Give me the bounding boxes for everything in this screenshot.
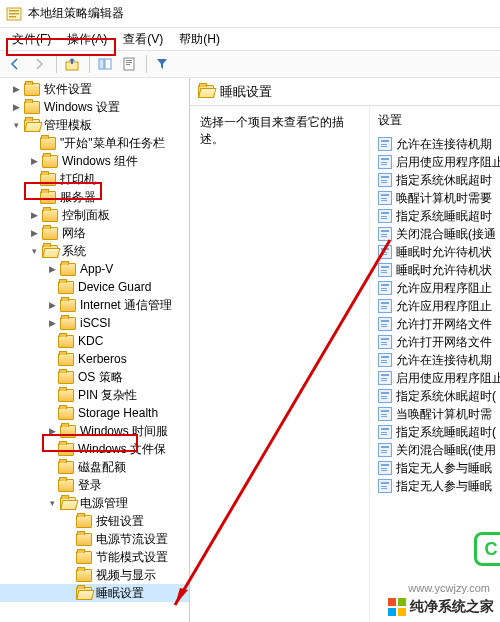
- expand-icon[interactable]: ▶: [46, 425, 58, 437]
- tree-label: Windows 文件保: [78, 441, 166, 458]
- back-button[interactable]: [4, 53, 26, 75]
- collapse-icon[interactable]: ▾: [46, 497, 58, 509]
- menu-file[interactable]: 文件(F): [4, 29, 59, 50]
- tree-node-network[interactable]: ▶网络: [0, 224, 189, 242]
- menu-action[interactable]: 操作(A): [59, 29, 115, 50]
- tree-node-device-guard[interactable]: Device Guard: [0, 278, 189, 296]
- tree-node-sleep-settings[interactable]: 睡眠设置: [0, 584, 189, 602]
- tree-node-video-display[interactable]: 视频与显示: [0, 566, 189, 584]
- folder-open-icon: [76, 587, 92, 600]
- setting-item[interactable]: 启用使应用程序阻止: [370, 153, 500, 171]
- settings-column-header[interactable]: 设置: [370, 110, 500, 135]
- setting-item[interactable]: 当唤醒计算机时需: [370, 405, 500, 423]
- tree-node-kdc[interactable]: KDC: [0, 332, 189, 350]
- setting-item[interactable]: 允许打开网络文件: [370, 333, 500, 351]
- tree-node-os-policy[interactable]: OS 策略: [0, 368, 189, 386]
- tree-node-logon[interactable]: 登录: [0, 476, 189, 494]
- chat-bubble-icon: C: [474, 532, 500, 566]
- tree-node-admin-templates[interactable]: ▾管理模板: [0, 116, 189, 134]
- tree-node-appv[interactable]: ▶App-V: [0, 260, 189, 278]
- tree-node-printers[interactable]: 打印机: [0, 170, 189, 188]
- tree-node-control-panel[interactable]: ▶控制面板: [0, 206, 189, 224]
- tree-label: 节能模式设置: [96, 549, 168, 566]
- setting-item[interactable]: 指定系统休眠超时(: [370, 387, 500, 405]
- setting-item[interactable]: 指定系统睡眠超时(: [370, 423, 500, 441]
- expand-icon[interactable]: ▶: [28, 209, 40, 221]
- expand-icon[interactable]: ▶: [46, 263, 58, 275]
- setting-item[interactable]: 允许应用程序阻止: [370, 297, 500, 315]
- tree-label: "开始"菜单和任务栏: [60, 135, 165, 152]
- setting-label: 唤醒计算机时需要: [396, 190, 492, 207]
- tree-label: Kerberos: [78, 352, 127, 366]
- expand-icon[interactable]: ▶: [10, 83, 22, 95]
- toolbar-separator: [89, 55, 90, 73]
- menu-help[interactable]: 帮助(H): [171, 29, 228, 50]
- setting-item[interactable]: 允许应用程序阻止: [370, 279, 500, 297]
- content-area: ▶软件设置 ▶Windows 设置 ▾管理模板 "开始"菜单和任务栏 ▶Wind…: [0, 78, 500, 622]
- setting-item[interactable]: 睡眠时允许待机状: [370, 261, 500, 279]
- tree-node-pin-complexity[interactable]: PIN 复杂性: [0, 386, 189, 404]
- tree-node-iscsi[interactable]: ▶iSCSI: [0, 314, 189, 332]
- expand-icon[interactable]: ▶: [46, 299, 58, 311]
- tree-node-windows-time[interactable]: ▶Windows 时间服: [0, 422, 189, 440]
- folder-icon: [60, 317, 76, 330]
- folder-icon: [76, 515, 92, 528]
- setting-item[interactable]: 唤醒计算机时需要: [370, 189, 500, 207]
- tree-node-system[interactable]: ▾系统: [0, 242, 189, 260]
- show-hide-tree-button[interactable]: [94, 53, 116, 75]
- tree-label: Device Guard: [78, 280, 151, 294]
- tree-label: KDC: [78, 334, 103, 348]
- tree-node-server[interactable]: 服务器: [0, 188, 189, 206]
- tree-label: PIN 复杂性: [78, 387, 137, 404]
- folder-icon: [58, 371, 74, 384]
- setting-item[interactable]: 睡眠时允许待机状: [370, 243, 500, 261]
- tree-label: 电源节流设置: [96, 531, 168, 548]
- tree-node-disk-quota[interactable]: 磁盘配额: [0, 458, 189, 476]
- setting-item[interactable]: 允许在连接待机期: [370, 351, 500, 369]
- policy-icon: [378, 155, 392, 169]
- setting-item[interactable]: 关闭混合睡眠(接通: [370, 225, 500, 243]
- expand-icon[interactable]: ▶: [28, 155, 40, 167]
- tree-pane[interactable]: ▶软件设置 ▶Windows 设置 ▾管理模板 "开始"菜单和任务栏 ▶Wind…: [0, 78, 190, 622]
- expand-icon[interactable]: ▶: [10, 101, 22, 113]
- setting-item[interactable]: 指定无人参与睡眠: [370, 459, 500, 477]
- properties-button[interactable]: [118, 53, 140, 75]
- forward-button[interactable]: [28, 53, 50, 75]
- folder-icon: [42, 209, 58, 222]
- tree-node-button-settings[interactable]: 按钮设置: [0, 512, 189, 530]
- tree-label: 控制面板: [62, 207, 110, 224]
- tree-node-internet-comm[interactable]: ▶Internet 通信管理: [0, 296, 189, 314]
- folder-open-icon: [60, 497, 76, 510]
- tree-node-power-throttle[interactable]: 电源节流设置: [0, 530, 189, 548]
- tree-node-storage-health[interactable]: Storage Health: [0, 404, 189, 422]
- collapse-icon[interactable]: ▾: [10, 119, 22, 131]
- tree-label: Windows 设置: [44, 99, 120, 116]
- tree-node-energy-saver[interactable]: 节能模式设置: [0, 548, 189, 566]
- tree-node-start-menu[interactable]: "开始"菜单和任务栏: [0, 134, 189, 152]
- tree-node-software-settings[interactable]: ▶软件设置: [0, 80, 189, 98]
- tree-node-windows-components[interactable]: ▶Windows 组件: [0, 152, 189, 170]
- policy-icon: [378, 299, 392, 313]
- tree-node-windows-settings[interactable]: ▶Windows 设置: [0, 98, 189, 116]
- menu-view[interactable]: 查看(V): [115, 29, 171, 50]
- setting-item[interactable]: 指定无人参与睡眠: [370, 477, 500, 495]
- expand-icon[interactable]: ▶: [46, 317, 58, 329]
- expand-icon[interactable]: ▶: [28, 227, 40, 239]
- setting-item[interactable]: 启用使应用程序阻止: [370, 369, 500, 387]
- tree-node-kerberos[interactable]: Kerberos: [0, 350, 189, 368]
- setting-item[interactable]: 指定系统睡眠超时: [370, 207, 500, 225]
- setting-item[interactable]: 指定系统休眠超时: [370, 171, 500, 189]
- setting-item[interactable]: 允许在连接待机期: [370, 135, 500, 153]
- folder-icon: [40, 137, 56, 150]
- setting-item[interactable]: 关闭混合睡眠(使用: [370, 441, 500, 459]
- policy-icon: [378, 335, 392, 349]
- tree-node-windows-file-protection[interactable]: Windows 文件保: [0, 440, 189, 458]
- description-column: 选择一个项目来查看它的描述。: [190, 106, 370, 622]
- tree-label: Internet 通信管理: [80, 297, 172, 314]
- filter-button[interactable]: [151, 53, 173, 75]
- setting-item[interactable]: 允许打开网络文件: [370, 315, 500, 333]
- tree-node-power-management[interactable]: ▾电源管理: [0, 494, 189, 512]
- up-button[interactable]: [61, 53, 83, 75]
- policy-icon: [378, 209, 392, 223]
- collapse-icon[interactable]: ▾: [28, 245, 40, 257]
